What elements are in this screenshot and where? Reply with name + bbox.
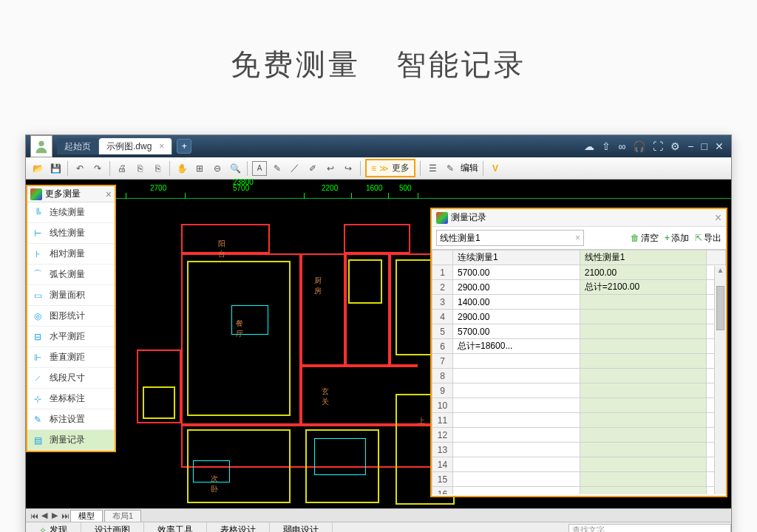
measure-icon: ⊦ — [32, 248, 44, 260]
export-icon[interactable]: ⎘ — [132, 161, 147, 176]
design-button[interactable]: 设计画图 — [81, 522, 144, 532]
measure-item-3[interactable]: ⌒弧长测量 — [27, 265, 115, 285]
table-row[interactable]: 11 — [432, 413, 726, 428]
save-icon[interactable]: 💾 — [48, 161, 63, 176]
measure-item-6[interactable]: ⊟水平测距 — [27, 327, 115, 347]
measure-item-9[interactable]: ⊹坐标标注 — [27, 389, 115, 409]
ruler-top: 23800 2700 5700 2200 1600 500 — [26, 180, 731, 199]
measure-item-7[interactable]: ⊩垂直测距 — [27, 347, 115, 368]
measure-item-1[interactable]: ⊢线性测量 — [27, 223, 115, 244]
app-logo-icon — [436, 212, 448, 224]
app-window: 起始页 示例图.dwg× + ☁ ⇧ ∞ 🎧 ⛶ ⚙ − □ ✕ 📂 💾 ↶ ↷… — [25, 134, 732, 532]
clear-button[interactable]: 🗑清空 — [631, 232, 659, 245]
more-measure-button[interactable]: ≡≫ 更多 — [365, 159, 415, 177]
discover-button[interactable]: ✧发现 — [26, 522, 81, 532]
vertical-scrollbar[interactable]: ▲ — [714, 266, 726, 494]
record-panel-header: 测量记录 × — [432, 209, 726, 227]
fwd-icon[interactable]: ↪ — [341, 161, 356, 176]
tools-button[interactable]: 效率工具 — [144, 522, 207, 532]
table-button[interactable]: 表格设计 — [207, 522, 270, 532]
measure-icon: ⊩ — [32, 352, 44, 364]
close-icon[interactable]: × — [159, 141, 164, 151]
clear-input-icon[interactable]: × — [575, 233, 580, 243]
vip-icon[interactable]: V — [488, 161, 503, 176]
pan-icon[interactable]: ✋ — [174, 161, 189, 176]
maximize-icon[interactable]: □ — [702, 140, 707, 152]
statusbar: ✧发现 设计画图 效率工具 表格设计 弱电设计 查找文字 — [26, 522, 731, 532]
table-row[interactable]: 8 — [432, 369, 726, 383]
measure-icon: ⟋ — [32, 372, 44, 384]
add-button[interactable]: +添加 — [665, 232, 689, 245]
layer-icon[interactable]: ☰ — [425, 161, 440, 176]
new-tab-button[interactable]: + — [177, 139, 191, 154]
model-tab[interactable]: 模型 — [70, 510, 103, 522]
tab-next-icon[interactable]: ▶ — [50, 511, 60, 520]
measure-icon: ⊹ — [32, 393, 44, 405]
redo-icon[interactable]: ↷ — [90, 161, 105, 176]
measure-item-2[interactable]: ⊦相对测量 — [27, 244, 115, 265]
zoom-out-icon[interactable]: ⊖ — [210, 161, 225, 176]
table-row[interactable]: 15700.002100.00 — [432, 265, 726, 280]
layout1-tab[interactable]: 布局1 — [104, 510, 141, 522]
table-row[interactable]: 15 — [432, 472, 726, 487]
table-row[interactable]: 9 — [432, 383, 726, 398]
back-icon[interactable]: ↩ — [323, 161, 338, 176]
table-row[interactable]: 13 — [432, 443, 726, 457]
zoom-extents-icon[interactable]: ⊞ — [192, 161, 207, 176]
export-button[interactable]: ⇱导出 — [695, 232, 722, 245]
table-row[interactable]: 16 — [432, 487, 726, 495]
measure-item-0[interactable]: ╚连续测量 — [27, 202, 115, 223]
window-controls: ☁ ⇧ ∞ 🎧 ⛶ ⚙ − □ ✕ — [584, 140, 731, 152]
table-row[interactable]: 12 — [432, 428, 726, 443]
measure-item-11[interactable]: ▤测量记录 — [27, 430, 115, 451]
more-measure-panel: 更多测量 × ╚连续测量⊢线性测量⊦相对测量⌒弧长测量▭测量面积◎图形统计⊟水平… — [26, 185, 116, 452]
elec-button[interactable]: 弱电设计 — [270, 522, 333, 532]
cloud-icon[interactable]: ☁ — [584, 140, 594, 152]
close-panel-icon[interactable]: × — [106, 188, 112, 200]
tab-active-file[interactable]: 示例图.dwg× — [99, 138, 172, 154]
text-icon[interactable]: A — [252, 161, 267, 176]
tab-prev-icon[interactable]: ◀ — [39, 511, 50, 520]
tab-home[interactable]: 起始页 — [57, 138, 99, 154]
pencil-icon[interactable]: ✎ — [270, 161, 285, 176]
headset-icon[interactable]: 🎧 — [633, 140, 645, 152]
measure-icon: ◎ — [32, 310, 44, 322]
measure-icon: ╚ — [32, 207, 44, 219]
svg-point-0 — [38, 141, 44, 146]
fullscreen-icon[interactable]: ⛶ — [653, 140, 663, 152]
record-table[interactable]: 连续测量1线性测量1 15700.002100.0022900.00总计=210… — [432, 249, 726, 494]
undo-icon[interactable]: ↶ — [72, 161, 87, 176]
tab-last-icon[interactable]: ⏭ — [60, 511, 70, 520]
table-row[interactable]: 14 — [432, 457, 726, 472]
table-row[interactable]: 10 — [432, 398, 726, 413]
share-icon[interactable]: ∞ — [618, 140, 625, 152]
table-row[interactable]: 31400.00 — [432, 295, 726, 310]
minimize-icon[interactable]: − — [688, 140, 693, 152]
table-row[interactable]: 6总计=18600... — [432, 339, 726, 354]
measure-item-5[interactable]: ◎图形统计 — [27, 306, 115, 327]
edit-icon[interactable]: ✎ — [443, 161, 458, 176]
close-record-icon[interactable]: × — [715, 211, 722, 225]
table-row[interactable]: 22900.00总计=2100.00 — [432, 280, 726, 295]
settings-icon[interactable]: ⚙ — [671, 140, 680, 152]
table-row[interactable]: 55700.00 — [432, 324, 726, 339]
table-row[interactable]: 42900.00 — [432, 310, 726, 324]
user-avatar[interactable] — [30, 135, 52, 157]
print-icon[interactable]: 🖨 — [115, 161, 129, 176]
drawing-canvas[interactable]: 23800 2700 5700 2200 1600 500 — [26, 180, 731, 508]
table-row[interactable]: 7 — [432, 354, 726, 369]
zoom-in-icon[interactable]: 🔍 — [228, 161, 242, 176]
measure-item-8[interactable]: ⟋线段尺寸 — [27, 368, 115, 389]
open-icon[interactable]: 📂 — [30, 161, 45, 176]
marker-icon[interactable]: ✐ — [305, 161, 320, 176]
brush-icon[interactable]: ／ — [288, 161, 302, 176]
close-window-icon[interactable]: ✕ — [715, 140, 724, 152]
search-input[interactable]: 查找文字 — [568, 524, 731, 533]
tab-first-icon[interactable]: ⏮ — [29, 511, 39, 520]
measure-item-10[interactable]: ✎标注设置 — [27, 409, 115, 430]
measure-item-4[interactable]: ▭测量面积 — [27, 285, 115, 306]
record-name-input[interactable]: 线性测量1 × — [436, 230, 584, 246]
export2-icon[interactable]: ⎘ — [150, 161, 165, 176]
edit-label[interactable]: 编辑 — [461, 162, 478, 174]
upload-icon[interactable]: ⇧ — [602, 140, 611, 152]
